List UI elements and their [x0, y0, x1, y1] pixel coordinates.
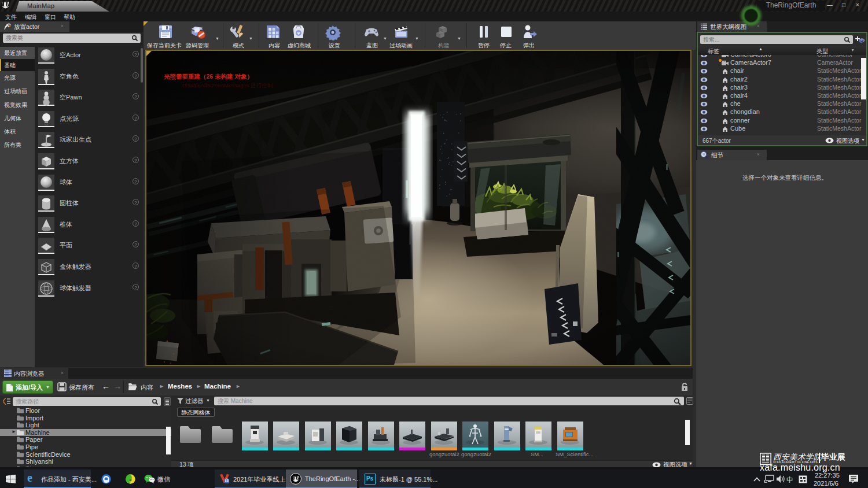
svg-text:DisableAllScreenMessages 进行控制: DisableAllScreenMessages 进行控制 [182, 82, 273, 88]
svg-text:光照需要重建（26 未构建 对象）: 光照需要重建（26 未构建 对象） [163, 73, 253, 80]
